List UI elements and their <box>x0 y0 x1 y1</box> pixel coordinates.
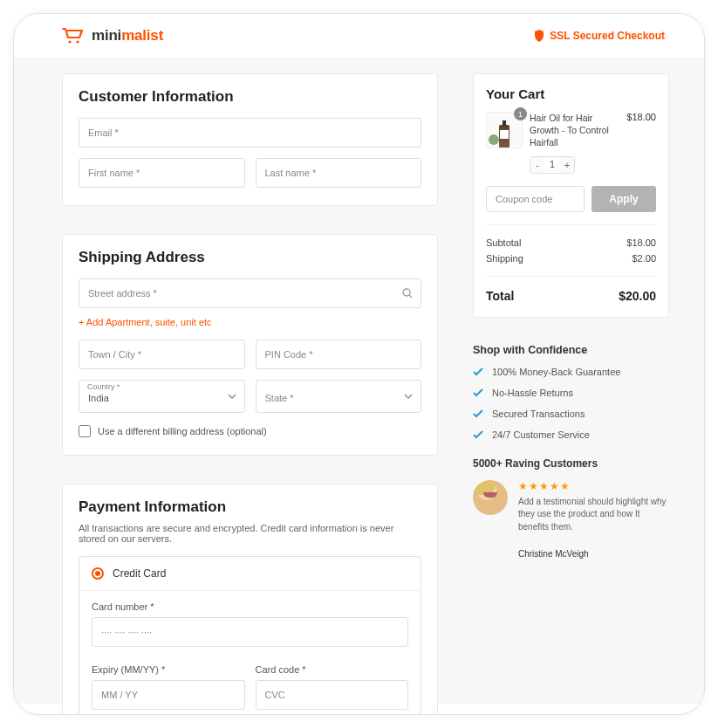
total-row: Total$20.00 <box>486 289 656 303</box>
qty-increase-button[interactable]: + <box>560 157 574 173</box>
svg-point-1 <box>76 40 79 43</box>
check-icon <box>473 409 483 418</box>
expiry-label: Expiry (MM/YY) * <box>92 664 245 675</box>
email-field[interactable] <box>79 118 421 148</box>
svg-point-0 <box>68 40 71 43</box>
cart-card: Your Cart 1 Hair Oil for Hair Growth - T… <box>473 73 669 318</box>
apply-coupon-button[interactable]: Apply <box>591 186 656 212</box>
feature-item: 24/7 Customer Service <box>473 429 669 440</box>
shipping-card: Shipping Address + Add Apartment, suite,… <box>62 234 438 456</box>
cart-icon <box>62 27 85 45</box>
payment-heading: Payment Information <box>79 498 421 516</box>
cvc-field[interactable] <box>256 680 409 710</box>
cart-item: 1 Hair Oil for Hair Growth - To Control … <box>486 112 656 174</box>
diff-billing-checkbox[interactable] <box>79 425 91 437</box>
review-text: Add a testimonial should highlight why t… <box>518 496 669 534</box>
payment-sub: All transactions are secure and encrypte… <box>79 523 421 544</box>
brand-logo[interactable]: minimalist <box>62 27 163 45</box>
quantity-stepper: - 1 + <box>530 156 575 174</box>
brand-p2: malist <box>121 27 163 44</box>
state-select[interactable]: State * <box>256 380 422 413</box>
qty-badge: 1 <box>514 107 527 120</box>
last-name-field[interactable] <box>256 158 422 188</box>
diff-billing-label: Use a different billing address (optiona… <box>98 426 267 436</box>
cvc-label: Card code * <box>256 664 409 675</box>
card-number-label: Card number * <box>92 601 408 612</box>
diff-billing-row[interactable]: Use a different billing address (optiona… <box>79 425 421 437</box>
first-name-field[interactable] <box>79 158 245 188</box>
brand-p1: mini <box>92 27 121 44</box>
check-icon <box>473 367 483 376</box>
check-icon <box>473 388 483 397</box>
svg-point-2 <box>403 289 410 296</box>
add-apartment-link[interactable]: + Add Apartment, suite, unit etc <box>79 317 212 327</box>
cc-radio[interactable] <box>92 567 104 580</box>
payment-card: Payment Information All transactions are… <box>62 484 438 715</box>
card-number-field[interactable] <box>92 617 408 647</box>
reviewer-name: Christine McVeigh <box>518 549 669 559</box>
street-address-field[interactable] <box>79 278 421 308</box>
reviews-section: 5000+ Raving Customers ★★★★★ Add a testi… <box>473 457 669 560</box>
customer-heading: Customer Information <box>79 88 421 106</box>
cart-item-price: $18.00 <box>626 112 656 122</box>
ssl-badge: SSL Secured Checkout <box>534 30 665 42</box>
check-icon <box>473 430 483 439</box>
feature-item: 100% Money-Back Guarantee <box>473 367 669 377</box>
top-bar: minimalist SSL Secured Checkout <box>14 14 704 58</box>
product-thumbnail: 1 <box>486 112 523 148</box>
search-icon <box>402 288 413 299</box>
credit-card-option[interactable]: Credit Card <box>79 557 421 590</box>
expiry-field[interactable] <box>92 680 245 710</box>
cart-item-name: Hair Oil for Hair Growth - To Control Ha… <box>530 112 619 149</box>
country-label: Country * <box>87 382 120 391</box>
city-field[interactable] <box>79 340 245 369</box>
cart-heading: Your Cart <box>486 86 656 101</box>
cc-label: Credit Card <box>113 567 166 580</box>
reviews-heading: 5000+ Raving Customers <box>473 457 669 470</box>
confidence-heading: Shop with Confidence <box>473 344 669 356</box>
subtotal-row: Subtotal$18.00 <box>486 237 656 248</box>
feature-item: Secured Transactions <box>473 409 669 419</box>
star-rating: ★★★★★ <box>518 480 669 492</box>
shipping-heading: Shipping Address <box>79 249 421 266</box>
ssl-text: SSL Secured Checkout <box>550 30 665 42</box>
shield-icon <box>534 30 544 42</box>
coupon-field[interactable] <box>486 186 585 212</box>
confidence-section: Shop with Confidence 100% Money-Back Gua… <box>473 344 669 440</box>
customer-info-card: Customer Information <box>62 73 438 206</box>
qty-value: 1 <box>544 157 560 173</box>
svg-line-3 <box>409 295 412 298</box>
shipping-row: Shipping$2.00 <box>486 253 656 264</box>
avatar <box>473 480 508 515</box>
feature-item: No-Hassle Returns <box>473 388 669 398</box>
qty-decrease-button[interactable]: - <box>530 157 544 173</box>
pin-code-field[interactable] <box>256 340 422 369</box>
